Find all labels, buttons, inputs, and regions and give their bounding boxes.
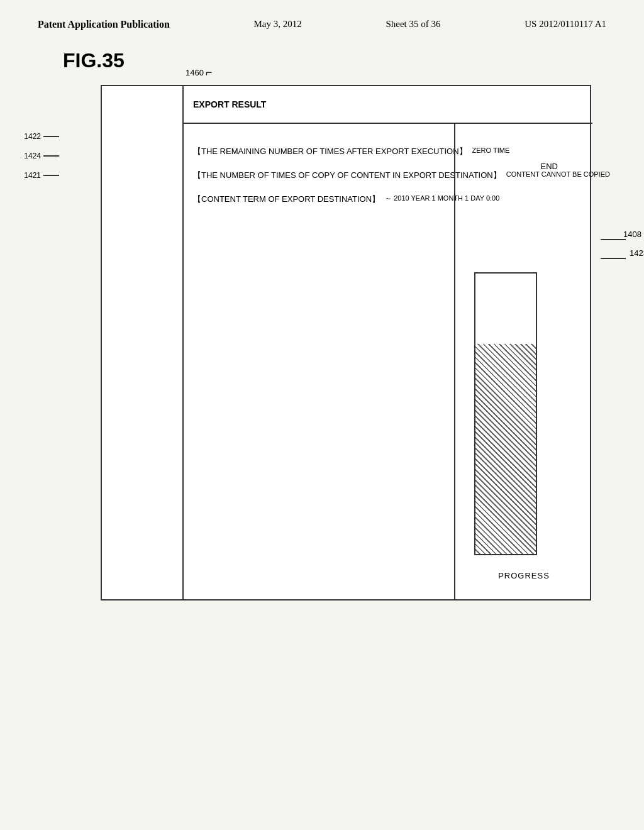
publication-title: Patent Application Publication xyxy=(38,19,170,30)
publication-date: May 3, 2012 xyxy=(254,19,302,30)
progress-bar xyxy=(474,272,537,555)
ref-1422-line xyxy=(43,136,59,137)
end-label: END xyxy=(541,162,558,171)
figure-label: FIG.35 xyxy=(63,49,125,72)
progress-label: PROGRESS xyxy=(498,571,550,580)
info-row-1424: 【THE NUMBER OF TIMES OF COPY OF CONTENT … xyxy=(193,170,454,181)
info-rows-container: 【THE REMAINING NUMBER OF TIMES AFTER EXP… xyxy=(184,136,454,218)
ref-1424-label: 1424 xyxy=(19,152,41,160)
ref-1421-line xyxy=(43,175,59,176)
sheet-info: Sheet 35 of 36 xyxy=(386,19,440,30)
left-column-divider xyxy=(102,86,184,599)
ref-1460-bracket-icon: ⌐ xyxy=(206,66,213,79)
progress-section: END PROGRESS xyxy=(454,124,592,599)
ref-1408-label: 1408 xyxy=(623,230,641,239)
ref-1460: 1460 xyxy=(186,68,204,77)
export-result-header: EXPORT RESULT xyxy=(184,86,592,124)
export-result-label: EXPORT RESULT xyxy=(193,99,266,109)
row-1421-bracket: 【CONTENT TERM OF EXPORT DESTINATION】 xyxy=(193,194,380,205)
ref-1424-line xyxy=(43,155,59,157)
ref-1422-label: 1422 xyxy=(19,132,41,141)
ref-1421-label: 1421 xyxy=(19,171,41,180)
ref-1423-label: 1423 xyxy=(630,248,644,258)
info-row-1422: 【THE REMAINING NUMBER OF TIMES AFTER EXP… xyxy=(193,146,454,157)
progress-bar-fill xyxy=(475,344,536,555)
info-row-1421: 【CONTENT TERM OF EXPORT DESTINATION】 ～ 2… xyxy=(193,194,454,205)
ref-1423-line xyxy=(601,258,626,259)
ref-1408-line xyxy=(601,239,626,240)
content-area: 【THE REMAINING NUMBER OF TIMES AFTER EXP… xyxy=(184,124,592,599)
patent-number: US 2012/0110117 A1 xyxy=(525,19,606,30)
row-1422-bracket: 【THE REMAINING NUMBER OF TIMES AFTER EXP… xyxy=(193,146,467,157)
main-diagram-box: EXPORT RESULT 【THE REMAINING NUMBER OF T… xyxy=(101,85,591,600)
